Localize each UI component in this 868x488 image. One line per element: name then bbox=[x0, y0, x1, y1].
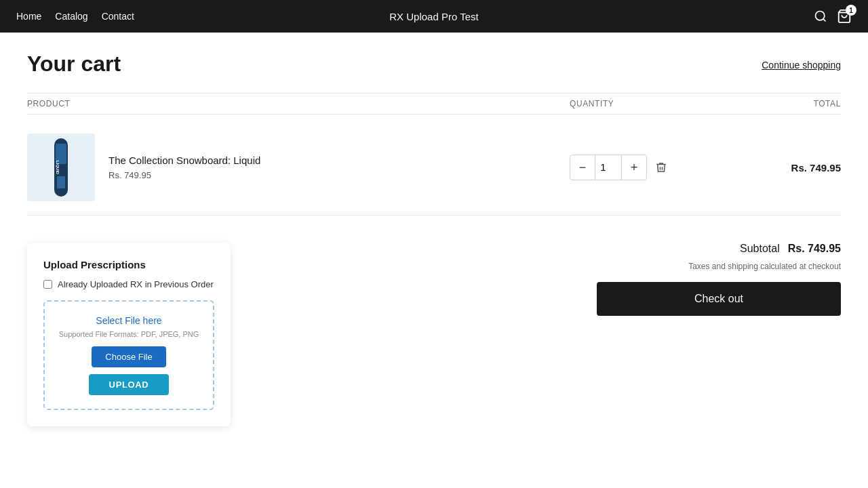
quantity-decrease-button[interactable]: − bbox=[570, 155, 595, 180]
col-product: PRODUCT bbox=[27, 99, 570, 108]
quantity-increase-button[interactable]: + bbox=[622, 155, 646, 180]
nav-home[interactable]: Home bbox=[16, 11, 41, 22]
svg-point-0 bbox=[816, 12, 825, 20]
upload-button[interactable]: UPLOAD bbox=[89, 374, 170, 395]
quantity-area: − + bbox=[570, 155, 705, 180]
product-price: Rs. 749.95 bbox=[108, 170, 260, 180]
nav-catalog[interactable]: Catalog bbox=[55, 11, 87, 22]
search-icon bbox=[814, 9, 827, 23]
subtotal-value: Rs. 749.95 bbox=[788, 243, 841, 255]
product-row: LIQUID The Collection Snowboard: Liquid … bbox=[27, 120, 841, 216]
upload-title: Upload Prescriptions bbox=[43, 259, 214, 270]
search-button[interactable] bbox=[814, 9, 827, 23]
cart-header: Your cart Continue shopping bbox=[27, 52, 841, 77]
nav-contact[interactable]: Contact bbox=[102, 11, 134, 22]
bottom-section: Upload Prescriptions Already Uploaded RX… bbox=[27, 216, 841, 426]
subtotal-row: Subtotal Rs. 749.95 bbox=[740, 243, 841, 255]
nav-icons: 1 bbox=[814, 9, 852, 24]
product-info: LIQUID The Collection Snowboard: Liquid … bbox=[27, 134, 570, 201]
previous-rx-checkbox[interactable] bbox=[43, 280, 52, 289]
tax-info: Taxes and shipping calculated at checkou… bbox=[688, 262, 841, 271]
cart-badge: 1 bbox=[846, 5, 856, 16]
product-details: The Collection Snowboard: Liquid Rs. 749… bbox=[108, 155, 260, 180]
product-name: The Collection Snowboard: Liquid bbox=[108, 155, 260, 166]
choose-file-button[interactable]: Choose File bbox=[92, 346, 165, 367]
product-total: Rs. 749.95 bbox=[705, 162, 841, 174]
col-quantity: QUANTITY bbox=[570, 99, 705, 108]
previous-rx-label: Already Uploaded RX in Previous Order bbox=[58, 279, 214, 291]
product-image: LIQUID bbox=[27, 134, 95, 201]
main-content: Your cart Continue shopping PRODUCT QUAN… bbox=[0, 33, 868, 453]
svg-text:LIQUID: LIQUID bbox=[56, 161, 60, 175]
navbar: Home Catalog Contact RX Upload Pro Test … bbox=[0, 0, 868, 33]
file-formats-text: Supported File Formats: PDF, JPEG, PNG bbox=[56, 330, 202, 338]
checkout-button[interactable]: Check out bbox=[597, 282, 841, 316]
trash-icon bbox=[655, 161, 667, 174]
continue-shopping-button[interactable]: Continue shopping bbox=[762, 52, 841, 70]
summary-section: Subtotal Rs. 749.95 Taxes and shipping c… bbox=[597, 243, 841, 316]
cart-button[interactable]: 1 bbox=[837, 9, 852, 24]
table-header: PRODUCT QUANTITY TOTAL bbox=[27, 93, 841, 115]
checkbox-row: Already Uploaded RX in Previous Order bbox=[43, 279, 214, 291]
nav-brand: RX Upload Pro Test bbox=[389, 11, 478, 22]
upload-card: Upload Prescriptions Already Uploaded RX… bbox=[27, 243, 231, 426]
cart-title: Your cart bbox=[27, 52, 121, 77]
col-total: TOTAL bbox=[705, 99, 841, 108]
file-drop-zone[interactable]: Select File here Supported File Formats:… bbox=[43, 300, 214, 410]
nav-links: Home Catalog Contact bbox=[16, 11, 134, 22]
delete-item-button[interactable] bbox=[655, 161, 667, 174]
product-image-svg: LIQUID bbox=[41, 137, 81, 198]
svg-line-1 bbox=[823, 19, 826, 22]
quantity-controls: − + bbox=[570, 155, 647, 180]
svg-rect-7 bbox=[57, 176, 65, 188]
quantity-input[interactable] bbox=[595, 155, 622, 180]
subtotal-label: Subtotal bbox=[740, 243, 780, 255]
select-file-link[interactable]: Select File here bbox=[56, 315, 202, 326]
